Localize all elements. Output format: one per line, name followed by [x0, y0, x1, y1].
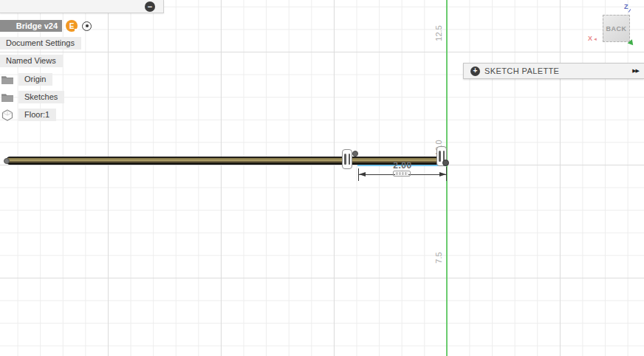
canvas-grid [0, 0, 644, 356]
browser-item-floor-body[interactable]: Floor:1 [0, 109, 56, 121]
view-cube[interactable]: Z BACK X [583, 0, 643, 52]
axis-x-label: X [588, 35, 597, 42]
document-name[interactable]: Bridge v24 [0, 20, 62, 32]
sketch-point[interactable] [352, 151, 358, 157]
browser-item-label[interactable]: Origin [18, 73, 52, 86]
sketch-palette-header[interactable]: + SKETCH PALETTE ▶▶ [463, 63, 644, 79]
beam-profile-geometry[interactable] [6, 157, 447, 165]
dimension-extension-line [446, 167, 447, 181]
browser-root-row[interactable]: Bridge v24 E [0, 20, 92, 32]
browser-item-origin[interactable]: Origin [0, 73, 52, 86]
folder-icon [1, 75, 14, 84]
dimension-ruler-icon [393, 171, 411, 177]
collapse-panel-button[interactable]: − [145, 1, 155, 12]
browser-item-label[interactable]: Floor:1 [18, 109, 56, 121]
sketch-point[interactable] [442, 160, 449, 166]
folder-icon [1, 93, 14, 102]
ruler-label-12-5: 12.5 [434, 25, 443, 41]
browser-item-label[interactable]: Named Views [0, 55, 63, 67]
browser-item-label[interactable]: Sketches [18, 91, 64, 103]
browser-item-label[interactable]: Document Settings [0, 37, 81, 49]
active-component-icon[interactable] [82, 21, 92, 31]
dimension-arrow-right [439, 172, 446, 177]
axis-z-label: Z [624, 3, 628, 10]
axis-z-tick [628, 9, 631, 13]
browser-header-panel: − [0, 0, 164, 13]
sketch-canvas: 12.5 10.0 7.5 2.00 − Bridge v24 E Docume… [0, 0, 644, 356]
dimension-arrow-left [359, 172, 366, 177]
browser-item-sketches[interactable]: Sketches [0, 91, 64, 103]
body-cube-icon [1, 109, 14, 121]
ruler-label-7-5: 7.5 [434, 252, 443, 263]
collapse-palette-icon[interactable]: ▶▶ [632, 68, 639, 74]
sketch-palette-title: SKETCH PALETTE [484, 66, 559, 75]
sketch-point[interactable] [4, 158, 10, 164]
collinear-constraint-icon[interactable] [342, 149, 352, 169]
browser-item-document-settings[interactable]: Document Settings [0, 37, 81, 49]
browser-item-named-views[interactable]: Named Views [0, 55, 63, 67]
expand-palette-icon[interactable]: + [470, 66, 480, 76]
dimension-value[interactable]: 2.00 [389, 160, 416, 171]
unsaved-document-icon: E [66, 20, 78, 32]
view-cube-back-face[interactable]: BACK [603, 15, 630, 42]
